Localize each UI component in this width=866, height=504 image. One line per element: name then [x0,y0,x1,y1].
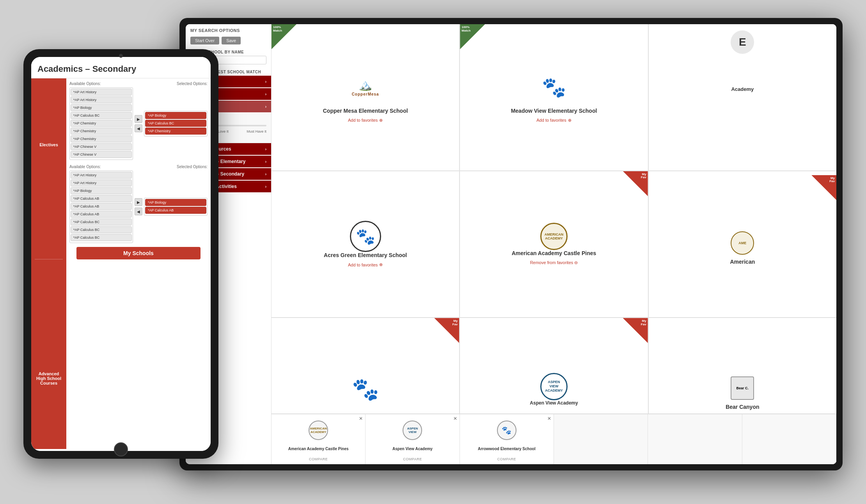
transfer-item[interactable]: *AP Art History [71,179,132,186]
my-schools-button[interactable]: My Schools [76,247,201,259]
remove-favorites-american-academy[interactable]: Remove from favorites ⊖ [530,260,578,265]
sidebar-divider [35,259,63,259]
add-favorites-acres-green[interactable]: Add to favorites ⊕ [348,262,383,267]
selected-list-1[interactable]: *AP Biology *AP Calculus BC *AP Chemistr… [144,111,208,137]
transfer-item[interactable]: *AP Art History [71,89,132,96]
add-favorites-copper-mesa[interactable]: Add to favorites ⊕ [348,118,383,123]
transfer-panel-advanced: Available Options: Selected Options: *AP… [69,165,208,243]
selected-label-1: Selected Options: [177,82,208,86]
transfer-item[interactable]: *AP Chemistry [71,135,132,142]
save-button[interactable]: Save [222,37,241,44]
meadow-view-logo: 🐾 [538,72,570,103]
compare-item-arrowwood[interactable]: ✕ 🐾 Arrowwood Elementary School COMPARE [460,414,554,464]
bear-canyon-logo: Bear C. [731,376,754,400]
transfer-item[interactable]: *AP Calculus BC [71,218,132,225]
transfer-item[interactable]: *AP Chinese V [71,151,132,158]
close-compare-arrowwood[interactable]: ✕ [547,416,551,421]
start-over-button[interactable]: Start Over [190,37,219,44]
selected-item[interactable]: *AP Biology [145,112,206,119]
transfer-labels-2: Available Options: Selected Options: [69,165,208,169]
transfer-item[interactable]: *AP Calculus AB [71,211,132,218]
compare-logo-arrowwood: 🐾 [497,421,516,440]
available-label-1: Available Options: [69,82,101,86]
compare-label-arrowwood: COMPARE [497,457,516,461]
transfer-item[interactable]: *AP Chemistry [71,128,132,135]
selected-item[interactable]: *AP Chemistry [145,128,206,135]
available-list-1[interactable]: *AP Art History *AP Art History *AP Biol… [69,87,133,160]
match-percentage-copper-mesa: 100%Match [273,26,282,33]
transfer-item[interactable]: *AP Chemistry [71,120,132,127]
transfer-item[interactable]: *AP Art History [71,172,132,179]
transfer-item[interactable]: *AP Biology [71,187,132,194]
selected-item[interactable]: *AP Calculus AB [145,207,206,214]
selected-list-2[interactable]: *AP Biology *AP Calculus AB [144,198,208,216]
arrow-right-2[interactable]: ▶ [135,198,142,206]
add-favorites-label-meadow-view: Add to favorites [536,118,566,122]
arrow-left-2[interactable]: ◀ [135,208,142,215]
selected-label-2: Selected Options: [177,165,208,169]
copper-mesa-logo: 🏔️ CopperMesa [350,72,381,103]
search-options-header: MY SEARCH OPTIONS [186,24,271,37]
transfer-item[interactable]: *AP Calculus BC [71,112,132,119]
add-favorites-meadow-view[interactable]: Add to favorites ⊕ [536,118,571,123]
school-card-acres-green[interactable]: 🐾 Acres Green Elementary School Add to f… [272,171,459,318]
transfer-item[interactable]: *AP Calculus AB [71,195,132,202]
compare-item-empty-3 [742,414,836,464]
american-partial-name: American [655,259,830,265]
available-label-2: Available Options: [69,165,101,169]
minus-icon: ⊖ [574,260,578,265]
school-card-copper-mesa[interactable]: 100%Match 🏔️ CopperMesa Copper Mesa Elem… [272,24,459,170]
school-card-partial-e[interactable]: E Academy [649,24,836,170]
sidebar-label-advanced: Advanced High School Courses [31,364,66,393]
plus-icon-meadow-view: ⊕ [568,118,571,123]
fav-badge-ameri: MyFav [811,175,836,200]
fav-badge-arrowwood: MyFav [434,318,459,343]
search-panel-actions: Start Over Save [186,37,271,48]
chevron-right-icon: › [265,80,266,84]
arrowwood-logo: 🐾 [352,376,379,402]
chevron-right-icon: › [265,160,266,164]
compare-label-american: COMPARE [309,457,328,461]
compare-logo-text-arrowwood: 🐾 [502,426,511,435]
fav-badge-aspen-view: MyFav [623,318,648,343]
strand-label-love: Love It [218,130,229,133]
american-partial-logo: AME [731,231,754,255]
compare-name-arrowwood: Arrowwood Elementary School [478,447,536,451]
school-card-meadow-view[interactable]: 100%Match 🐾 Meadow View Elementary Schoo… [460,24,648,170]
tablet-camera [119,54,123,58]
tablet-header: Academics – Secondary [31,57,211,78]
transfer-item[interactable]: *AP Calculus BC [71,234,132,241]
transfer-item[interactable]: *AP Biology [71,104,132,111]
compare-item-american-academy[interactable]: ✕ AMERICANACADEMY American Academy Castl… [272,414,366,464]
compare-item-aspen-view[interactable]: ✕ ASPENVIEW Aspen View Academy COMPARE [366,414,460,464]
compare-logo-text-aspen: ASPENVIEW [407,427,418,434]
arrow-left-1[interactable]: ◀ [135,124,142,132]
available-list-2[interactable]: *AP Art History *AP Art History *AP Biol… [69,170,133,243]
monitor: MY SEARCH OPTIONS Start Over Save FIND A… [179,18,843,470]
school-name-acres-green: Acres Green Elementary School [324,252,407,258]
schools-grid-area: 100%Match 🏔️ CopperMesa Copper Mesa Elem… [272,24,836,464]
close-compare-aspen[interactable]: ✕ [453,416,457,421]
school-card-american-academy[interactable]: MyFav AMERICANACADEMY American Academy C… [460,171,648,318]
selected-item[interactable]: *AP Biology [145,199,206,206]
compare-bar: ✕ AMERICANACADEMY American Academy Castl… [272,413,836,464]
close-compare-american[interactable]: ✕ [359,416,363,421]
american-academy-text: AMERICANACADEMY [545,232,564,241]
transfer-item[interactable]: *AP Art History [71,96,132,103]
compare-name-aspen: Aspen View Academy [392,447,433,451]
fav-badge-american-academy: MyFav [623,171,648,196]
transfer-item[interactable]: *AP Calculus AB [71,203,132,210]
sidebar-label-electives: Electives [37,135,60,155]
selected-item[interactable]: *AP Calculus BC [145,120,206,127]
partial-academy-name: Academy [649,85,836,92]
tablet-screen: Academics – Secondary Electives Advanced… [31,57,211,451]
transfer-item[interactable]: *AP Calculus BC [71,226,132,233]
tablet-main-content: Available Options: Selected Options: *AP… [66,78,211,449]
transfer-arrows-2: ▶ ◀ [135,198,142,215]
arrow-right-1[interactable]: ▶ [135,115,142,123]
transfer-panel-electives: Available Options: Selected Options: *AP… [69,82,208,160]
tablet-home-button[interactable] [114,442,128,456]
transfer-item[interactable]: *AP Chinese V [71,143,132,150]
american-academy-logo: AMERICANACADEMY [540,223,568,250]
compare-logo-american: AMERICANACADEMY [309,421,328,440]
